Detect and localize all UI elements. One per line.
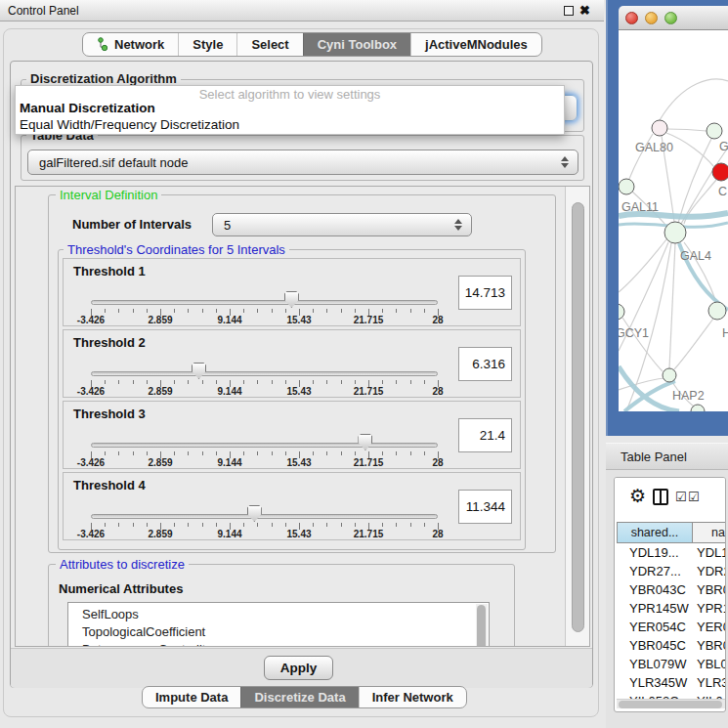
threshold-value-field[interactable]: 6.316 — [458, 347, 512, 381]
table-row[interactable]: YDR27...YDR2 — [617, 562, 726, 580]
tab-select[interactable]: Select — [236, 33, 302, 56]
table-row[interactable]: YDL19...YDL1 — [617, 543, 726, 562]
control-panel-title: Control Panel — [8, 0, 79, 21]
attributes-list-scrollbar[interactable] — [476, 604, 488, 647]
discretization-algorithm-group-title: Discretization Algorithm — [26, 71, 181, 86]
cell-name[interactable]: YBR0 — [693, 580, 726, 599]
network-node-gal11[interactable] — [619, 179, 634, 194]
tab-jactivemnodules[interactable]: jActiveMNodules — [410, 33, 541, 56]
threshold-value-field[interactable]: 14.713 — [458, 276, 512, 310]
attribute-item-selfloops[interactable]: SelfLoops — [68, 606, 489, 623]
slider-thumb[interactable] — [358, 434, 372, 450]
network-node-c[interactable] — [712, 163, 728, 181]
network-node-hap2[interactable] — [663, 368, 676, 382]
table-data-combo-value: galFiltered.sif default node — [39, 155, 188, 170]
bottom-tab-impute-data[interactable]: Impute Data — [143, 687, 240, 707]
slider-tick-labels: -3.4262.8599.14415.4321.71528 — [91, 529, 438, 540]
tab-style[interactable]: Style — [178, 33, 236, 56]
cell-name[interactable]: YPR1 — [693, 599, 726, 618]
tab-cyni-toolbox[interactable]: Cyni Toolbox — [303, 33, 410, 56]
threshold-value-field[interactable]: 11.344 — [458, 490, 512, 524]
table-panel-card: ⚙ ☑ ☑ shared... na YDL19...YDL1YDR27...Y… — [614, 477, 726, 712]
cell-shared-name[interactable]: YDL19... — [617, 543, 693, 562]
cell-shared-name[interactable]: YIL052C — [617, 692, 693, 699]
minimize-traffic-light-icon[interactable] — [645, 12, 658, 24]
number-of-intervals-value: 5 — [224, 218, 231, 233]
cell-shared-name[interactable]: YBL079W — [617, 655, 693, 673]
network-node-label: GAL11 — [621, 200, 659, 214]
slider-track[interactable] — [91, 514, 438, 519]
table-header-row: shared... na — [617, 522, 726, 543]
table-horizontal-scrollbar[interactable] — [617, 699, 726, 708]
network-node-gcy1[interactable] — [619, 304, 624, 320]
cell-name[interactable]: YBR0 — [693, 636, 726, 655]
cell-name[interactable]: YIL0 — [693, 692, 726, 699]
table-data-combo[interactable]: galFiltered.sif default node — [27, 150, 578, 175]
bottom-tab-infer-network[interactable]: Infer Network — [359, 687, 466, 707]
table-row[interactable]: YIL052CYIL0 — [617, 692, 726, 699]
settings-scroll-panel: Interval Definition Number of Intervals … — [15, 186, 590, 647]
close-icon[interactable]: ✖ — [579, 2, 590, 20]
column-header-name[interactable]: na — [693, 522, 726, 543]
network-node-h[interactable] — [708, 302, 726, 320]
slider-track[interactable] — [91, 443, 438, 448]
network-node-label: H — [722, 326, 728, 340]
cell-shared-name[interactable]: YBR043C — [617, 580, 693, 599]
table-row[interactable]: YBR045CYBR0 — [617, 636, 726, 655]
number-of-intervals-combo[interactable]: 5 — [212, 213, 472, 236]
cell-shared-name[interactable]: YBR045C — [617, 636, 693, 655]
thresholds-group-title: Threshold's Coordinates for 5 Intervals — [64, 242, 289, 257]
slider-track[interactable] — [91, 300, 438, 305]
column-layout-icon[interactable] — [653, 489, 668, 505]
checked-box-icon[interactable]: ☑ — [675, 490, 687, 504]
table-row[interactable]: YER054CYER0 — [617, 618, 726, 636]
algorithm-option-equal-width-frequency-discretization[interactable]: Equal Width/Frequency Discretization — [20, 117, 239, 132]
network-window-titlebar[interactable] — [619, 6, 728, 30]
attribute-item-betweennesscentrality[interactable]: BetweennessCentrality — [68, 641, 489, 647]
apply-button[interactable]: Apply — [264, 656, 333, 680]
zoom-traffic-light-icon[interactable] — [664, 12, 677, 24]
slider-tick-labels: -3.4262.8599.14415.4321.71528 — [91, 457, 438, 469]
cell-name[interactable]: YDR2 — [693, 562, 726, 580]
network-node-label: C — [718, 185, 727, 198]
settings-gear-icon[interactable]: ⚙ — [629, 485, 646, 507]
threshold-panel-threshold-1: Threshold 1-3.4262.8599.14415.4321.71528… — [63, 258, 521, 326]
panel-vertical-scrollbar[interactable] — [565, 187, 590, 646]
slider-thumb[interactable] — [284, 291, 299, 308]
combo-arrows-icon — [454, 219, 462, 231]
bottom-tab-discretize-data[interactable]: Discretize Data — [240, 687, 358, 707]
table-row[interactable]: YLR345WYLR3 — [617, 673, 726, 692]
numerical-attributes-label: Numerical Attributes — [59, 581, 183, 596]
network-node-gal4[interactable] — [664, 222, 686, 243]
attributes-list[interactable]: SelfLoopsTopologicalCoefficientBetweenne… — [67, 602, 490, 647]
cell-shared-name[interactable]: YLR345W — [617, 673, 693, 692]
column-header-shared[interactable]: shared... — [617, 522, 693, 543]
table-row[interactable]: YBL079WYBL0 — [617, 655, 726, 673]
network-canvas[interactable]: GAL80GACGAL11GAL4GCY1HHAP2 — [619, 30, 728, 411]
close-traffic-light-icon[interactable] — [625, 12, 638, 24]
cell-shared-name[interactable]: YPR145W — [617, 599, 693, 618]
algorithm-option-manual-discretization[interactable]: Manual Discretization — [20, 101, 155, 115]
bottom-tabbar: Impute DataDiscretize DataInfer Network — [142, 686, 467, 708]
threshold-value-field[interactable]: 21.4 — [458, 418, 512, 452]
attribute-item-topologicalcoefficient[interactable]: TopologicalCoefficient — [68, 623, 489, 641]
tab-network[interactable]: Network — [83, 33, 178, 56]
float-window-icon[interactable] — [564, 6, 574, 16]
cell-name[interactable]: YDL1 — [693, 543, 726, 562]
network-node-gal80[interactable] — [652, 120, 667, 136]
slider-thumb[interactable] — [192, 363, 206, 379]
table-row[interactable]: YPR145WYPR1 — [617, 599, 726, 618]
threshold-label: Threshold 3 — [73, 407, 146, 421]
slider-track[interactable] — [91, 371, 438, 376]
network-node-ga[interactable] — [707, 123, 722, 139]
cell-shared-name[interactable]: YER054C — [617, 618, 693, 636]
table-row[interactable]: YBR043CYBR0 — [617, 580, 726, 599]
slider-thumb[interactable] — [247, 505, 262, 522]
cell-name[interactable]: YBL0 — [693, 655, 726, 673]
cell-name[interactable]: YER0 — [693, 618, 726, 636]
tab-label: Select — [251, 37, 288, 52]
cell-name[interactable]: YLR3 — [693, 673, 726, 692]
checked-box-icon[interactable]: ☑ — [688, 490, 700, 504]
cell-shared-name[interactable]: YDR27... — [617, 562, 693, 580]
slider-tick-labels: -3.4262.8599.14415.4321.71528 — [91, 315, 438, 326]
